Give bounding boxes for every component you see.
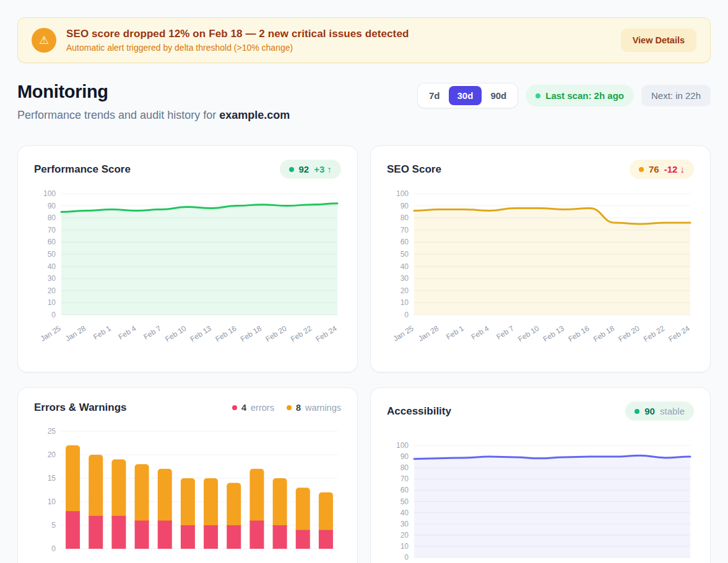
svg-text:50: 50 bbox=[401, 497, 409, 506]
svg-text:50: 50 bbox=[48, 250, 56, 259]
svg-text:60: 60 bbox=[401, 238, 409, 246]
performance-score-delta: +3 ↑ bbox=[314, 164, 332, 174]
seo-score-delta: -12 ↓ bbox=[664, 164, 685, 174]
seo-score-card: SEO Score 76 -12 ↓ 010203040506070809010… bbox=[370, 145, 711, 372]
performance-line-chart: 0102030405060708090100Jan 25Jan 28Feb 1F… bbox=[34, 186, 341, 359]
warnings-legend-item: 8 warnings bbox=[287, 403, 341, 413]
errors-card-title: Errors & Warnings bbox=[34, 402, 127, 414]
svg-text:60: 60 bbox=[48, 238, 56, 246]
orange-dot-icon bbox=[639, 167, 644, 172]
svg-text:Jan 25: Jan 25 bbox=[39, 324, 63, 343]
page-subtitle-text: Performance trends and audit history for bbox=[17, 109, 219, 121]
svg-text:10: 10 bbox=[48, 298, 56, 307]
svg-text:Feb 24: Feb 24 bbox=[667, 324, 691, 343]
errors-warnings-card: Errors & Warnings 4 errors 8 warnings 05… bbox=[17, 387, 358, 563]
site-domain: example.com bbox=[219, 109, 290, 121]
accessibility-card-title: Accessibility bbox=[387, 405, 451, 418]
svg-text:Feb 7: Feb 7 bbox=[495, 324, 516, 341]
seo-score-badge: 76 -12 ↓ bbox=[630, 160, 694, 179]
accessibility-score-delta: stable bbox=[660, 406, 685, 416]
svg-text:90: 90 bbox=[401, 452, 409, 461]
svg-text:10: 10 bbox=[401, 542, 409, 551]
svg-text:20: 20 bbox=[48, 286, 56, 295]
svg-text:15: 15 bbox=[48, 474, 56, 483]
header-controls: 7d 30d 90d Last scan: 2h ago Next: in 22… bbox=[417, 83, 711, 108]
svg-text:50: 50 bbox=[401, 250, 409, 259]
svg-text:20: 20 bbox=[48, 450, 56, 459]
svg-text:Feb 13: Feb 13 bbox=[189, 324, 213, 343]
alert-subtitle: Automatic alert triggered by delta thres… bbox=[66, 43, 409, 53]
warnings-label: warnings bbox=[305, 403, 341, 413]
accessibility-line-chart: 0102030405060708090100 bbox=[387, 428, 694, 563]
performance-score-value: 92 bbox=[299, 164, 310, 174]
svg-text:40: 40 bbox=[401, 509, 409, 517]
warnings-count: 8 bbox=[296, 403, 301, 413]
svg-text:100: 100 bbox=[43, 189, 56, 198]
svg-text:Feb 18: Feb 18 bbox=[592, 324, 616, 343]
svg-text:20: 20 bbox=[401, 531, 409, 539]
range-30d-button[interactable]: 30d bbox=[449, 86, 482, 105]
svg-text:40: 40 bbox=[401, 262, 409, 271]
svg-text:80: 80 bbox=[401, 463, 409, 472]
performance-card-header: Performance Score 92 +3 ↑ bbox=[34, 160, 341, 179]
svg-text:90: 90 bbox=[401, 202, 409, 210]
svg-text:Feb 22: Feb 22 bbox=[289, 324, 313, 343]
svg-text:90: 90 bbox=[48, 202, 56, 210]
accessibility-card: Accessibility 90 stable 0102030405060708… bbox=[370, 387, 711, 563]
alert-banner: ⚠ SEO score dropped 12% on Feb 18 — 2 ne… bbox=[17, 17, 711, 63]
svg-text:60: 60 bbox=[401, 486, 409, 494]
red-dot-icon bbox=[232, 405, 237, 410]
time-range-selector: 7d 30d 90d bbox=[417, 83, 518, 108]
monitoring-page: ⚠ SEO score dropped 12% on Feb 18 — 2 ne… bbox=[0, 0, 728, 563]
warning-triangle-icon: ⚠ bbox=[32, 28, 56, 53]
errors-count: 4 bbox=[241, 403, 246, 413]
svg-text:100: 100 bbox=[396, 441, 409, 450]
page-subtitle: Performance trends and audit history for… bbox=[17, 109, 290, 122]
next-scan-badge: Next: in 22h bbox=[641, 85, 711, 106]
svg-text:70: 70 bbox=[401, 475, 409, 483]
charts-grid: Performance Score 92 +3 ↑ 01020304050607… bbox=[17, 145, 711, 563]
seo-score-value: 76 bbox=[649, 164, 659, 174]
svg-text:25: 25 bbox=[48, 427, 56, 436]
seo-card-title: SEO Score bbox=[387, 163, 441, 176]
header-row: Monitoring Performance trends and audit … bbox=[17, 82, 711, 122]
errors-legend-item: 4 errors bbox=[232, 403, 274, 413]
errors-card-header: Errors & Warnings 4 errors 8 warnings bbox=[34, 402, 341, 414]
svg-text:Jan 28: Jan 28 bbox=[64, 324, 87, 343]
svg-text:Feb 7: Feb 7 bbox=[142, 324, 163, 341]
svg-text:0: 0 bbox=[51, 544, 56, 553]
svg-text:80: 80 bbox=[48, 213, 56, 222]
svg-text:Feb 1: Feb 1 bbox=[444, 324, 466, 341]
svg-text:Feb 24: Feb 24 bbox=[314, 324, 338, 343]
svg-text:10: 10 bbox=[48, 497, 56, 506]
range-7d-button[interactable]: 7d bbox=[420, 86, 449, 105]
performance-score-card: Performance Score 92 +3 ↑ 01020304050607… bbox=[17, 145, 358, 372]
alert-text-block: SEO score dropped 12% on Feb 18 — 2 new … bbox=[66, 28, 409, 53]
orange-dot-icon bbox=[287, 405, 292, 410]
svg-text:Feb 10: Feb 10 bbox=[516, 324, 540, 343]
svg-text:Jan 28: Jan 28 bbox=[417, 324, 440, 343]
performance-score-badge: 92 +3 ↑ bbox=[280, 160, 341, 179]
svg-text:Feb 4: Feb 4 bbox=[470, 324, 491, 341]
svg-text:0: 0 bbox=[51, 311, 56, 319]
seo-card-header: SEO Score 76 -12 ↓ bbox=[387, 160, 694, 179]
svg-text:Feb 20: Feb 20 bbox=[264, 324, 288, 343]
svg-text:0: 0 bbox=[404, 553, 409, 562]
svg-text:Jan 25: Jan 25 bbox=[392, 324, 415, 343]
svg-text:30: 30 bbox=[48, 274, 56, 283]
alert-title: SEO score dropped 12% on Feb 18 — 2 new … bbox=[66, 28, 409, 40]
svg-text:Feb 13: Feb 13 bbox=[542, 324, 566, 343]
seo-line-chart: 0102030405060708090100Jan 25Jan 28Feb 1F… bbox=[387, 186, 694, 359]
accessibility-score-value: 90 bbox=[644, 406, 655, 416]
svg-text:Feb 16: Feb 16 bbox=[566, 324, 591, 343]
svg-text:70: 70 bbox=[401, 226, 409, 234]
green-dot-icon bbox=[535, 93, 540, 98]
range-90d-button[interactable]: 90d bbox=[482, 86, 515, 105]
green-dot-icon bbox=[289, 167, 294, 172]
svg-text:Feb 20: Feb 20 bbox=[617, 324, 641, 343]
svg-text:Feb 18: Feb 18 bbox=[239, 324, 263, 343]
errors-legend: 4 errors 8 warnings bbox=[232, 403, 341, 413]
view-details-button[interactable]: View Details bbox=[621, 28, 696, 52]
errors-warnings-bar-chart: 0510152025 bbox=[34, 421, 341, 563]
svg-text:40: 40 bbox=[48, 262, 56, 271]
